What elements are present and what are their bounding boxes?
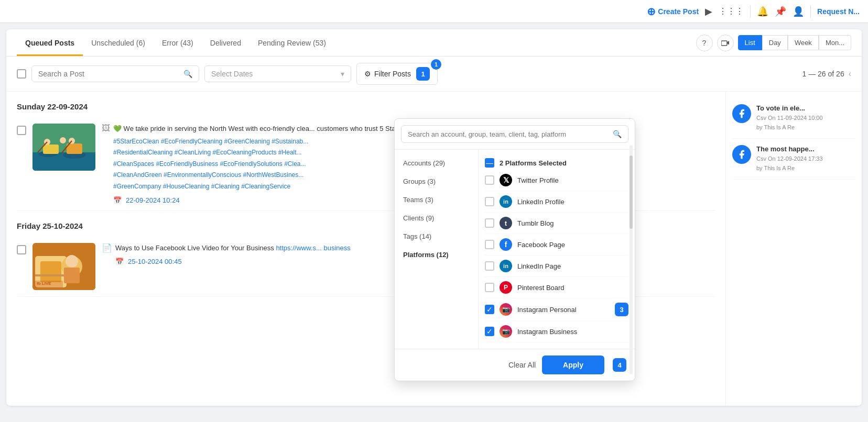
svg-rect-14	[40, 261, 61, 282]
search-box[interactable]: 🔍	[31, 65, 199, 82]
step-badge-1: 1	[416, 67, 430, 81]
filter-dropdown: 🔍 Accounts (29) Groups (3) Teams (3) Cli…	[394, 118, 635, 381]
platform-checkbox-tumblr[interactable]	[485, 218, 494, 228]
filter-clients[interactable]: Clients (9)	[395, 209, 478, 227]
select-all-checkbox[interactable]	[17, 69, 26, 79]
filter-teams[interactable]: Teams (3)	[395, 191, 478, 209]
step-badge-4: 4	[613, 358, 626, 372]
svg-rect-5	[43, 145, 59, 154]
pagination-info: 1 — 26 of 26 ‹	[802, 69, 852, 79]
list-item[interactable]: ✓ 📷 Instagram Personal 3	[485, 298, 628, 321]
view-month-button[interactable]: Mon...	[819, 35, 851, 50]
svg-rect-20	[34, 281, 63, 288]
view-week-button[interactable]: Week	[788, 35, 819, 50]
right-panel: To vote in ele... Csv On 11-09-2024 10:0…	[725, 92, 862, 406]
platform-checkbox-facebook[interactable]	[485, 240, 494, 249]
dropdown-search-input[interactable]	[408, 130, 609, 138]
platform-checkbox-instagram-business[interactable]: ✓	[485, 327, 494, 336]
list-item[interactable]: ✓ 📷 Instagram Business	[485, 321, 628, 342]
linkedin-profile-icon: in	[500, 195, 512, 208]
post-content-2: Ways to Use Facebook Live Video for Your…	[115, 243, 351, 265]
svg-point-16	[66, 255, 78, 268]
tab-pending-review[interactable]: Pending Review (53)	[249, 29, 334, 56]
tab-error[interactable]: Error (43)	[154, 29, 202, 56]
dropdown-footer: Clear All Apply 4	[395, 349, 635, 381]
scrollbar-thumb[interactable]	[630, 156, 633, 229]
filter-bar: 🔍 Select Dates ▾ ⚙ Filter Posts 1 1 1 — …	[6, 57, 862, 92]
list-item[interactable]: f Facebook Page	[485, 234, 628, 256]
search-input[interactable]	[38, 70, 179, 78]
help-icon-button[interactable]: ?	[696, 35, 713, 51]
green-heart: 💚	[113, 125, 122, 132]
right-card-title-1: To vote in ele...	[756, 104, 823, 112]
platform-label-tumblr: Tumblr Blog	[517, 219, 554, 227]
post-image-2: fb LIVE	[32, 243, 95, 290]
bell-icon[interactable]: 🔔	[757, 6, 768, 17]
post-date-2: 25-10-2024 00:45	[128, 258, 182, 265]
post-text-2: Ways to Use Facebook Live Video for Your…	[115, 243, 351, 253]
list-item[interactable]: in LinkedIn Page	[485, 256, 628, 277]
prev-page-button[interactable]: ‹	[849, 69, 851, 79]
svg-rect-18	[35, 274, 64, 276]
post-meta-2: 📅 25-10-2024 00:45	[115, 258, 351, 265]
dropdown-body: Accounts (29) Groups (3) Teams (3) Clien…	[395, 150, 635, 349]
list-item[interactable]: P Pinterest Board	[485, 277, 628, 298]
platform-label-linkedin-page: LinkedIn Page	[517, 262, 561, 270]
platforms-selected-label: 2 Platforms Selected	[500, 159, 567, 167]
fb-avatar-1	[732, 104, 751, 123]
platform-checkbox-twitter[interactable]	[485, 175, 494, 185]
tab-queued-posts[interactable]: Queued Posts	[17, 29, 83, 56]
post-checkbox-2[interactable]	[17, 245, 26, 254]
view-day-button[interactable]: Day	[762, 35, 788, 50]
post-checkbox-1[interactable]	[17, 126, 26, 135]
filter-accounts[interactable]: Accounts (29)	[395, 154, 478, 172]
create-post-button[interactable]: ⊕ Create Post	[647, 5, 699, 18]
apply-button[interactable]: Apply	[542, 356, 604, 374]
filter-tags[interactable]: Tags (14)	[395, 227, 478, 246]
platform-checkbox-instagram-personal[interactable]: ✓	[485, 305, 494, 314]
main-container: Queued Posts Unscheduled (6) Error (43) …	[6, 29, 862, 406]
pinterest-icon: P	[500, 281, 512, 294]
filter-groups[interactable]: Groups (3)	[395, 172, 478, 191]
linkedin-page-icon: in	[500, 260, 512, 272]
platforms-select-all[interactable]: —	[485, 158, 494, 168]
date-header-1: Sunday 22-09-2024	[17, 92, 715, 117]
tab-delivered[interactable]: Delivered	[202, 29, 249, 56]
play-icon[interactable]: ▶	[705, 6, 712, 17]
view-list-button[interactable]: List	[738, 35, 762, 50]
view-buttons-group: List Day Week Mon...	[738, 35, 851, 50]
filter-platforms[interactable]: Platforms (12)	[395, 246, 478, 264]
filter-label: Filter Posts	[374, 70, 411, 78]
clear-all-button[interactable]: Clear All	[508, 361, 536, 369]
right-card-meta-1: Csv On 11-09-2024 10:00by This Is A Re	[756, 114, 823, 132]
date-select[interactable]: Select Dates ▾	[204, 65, 351, 82]
post-type-icon-1: 🖼	[102, 124, 110, 133]
filter-icon: ⚙	[364, 70, 371, 78]
camera-icon-button[interactable]	[717, 35, 734, 51]
tab-unscheduled[interactable]: Unscheduled (6)	[83, 29, 154, 56]
platform-checkbox-pinterest[interactable]	[485, 283, 494, 292]
platform-checkbox-linkedin-page[interactable]	[485, 261, 494, 271]
grid-icon[interactable]: ⋮⋮⋮	[719, 6, 744, 16]
post-image-placeholder-1	[32, 124, 95, 171]
list-item[interactable]: 𝕏 Twitter Profile	[485, 170, 628, 191]
facebook-icon: f	[500, 238, 512, 251]
svg-rect-17	[64, 268, 80, 283]
platform-label-facebook: Facebook Page	[517, 241, 565, 249]
dropdown-search-box[interactable]: 🔍	[401, 125, 628, 143]
right-card-content-1: To vote in ele... Csv On 11-09-2024 10:0…	[756, 104, 823, 132]
select-dates-label: Select Dates	[211, 70, 253, 78]
platform-checkbox-linkedin-profile[interactable]	[485, 197, 494, 206]
fb-avatar-2	[732, 145, 751, 164]
right-card-content-2: The most happe... Csv On 12-09-2024 17:3…	[756, 145, 823, 173]
pagination-text: 1 — 26 of 26	[802, 70, 844, 78]
filter-posts-button[interactable]: ⚙ Filter Posts 1 1	[356, 63, 438, 85]
right-card-1: To vote in ele... Csv On 11-09-2024 10:0…	[732, 98, 855, 139]
pin-icon[interactable]: 📌	[775, 6, 786, 17]
list-item[interactable]: t Tumblr Blog	[485, 213, 628, 234]
twitter-icon: 𝕏	[500, 174, 512, 186]
list-item[interactable]: in LinkedIn Profile	[485, 191, 628, 213]
request-nav-link[interactable]: Request N...	[817, 7, 860, 16]
platform-label-linkedin-profile: LinkedIn Profile	[517, 198, 565, 206]
user-icon[interactable]: 👤	[793, 6, 804, 17]
